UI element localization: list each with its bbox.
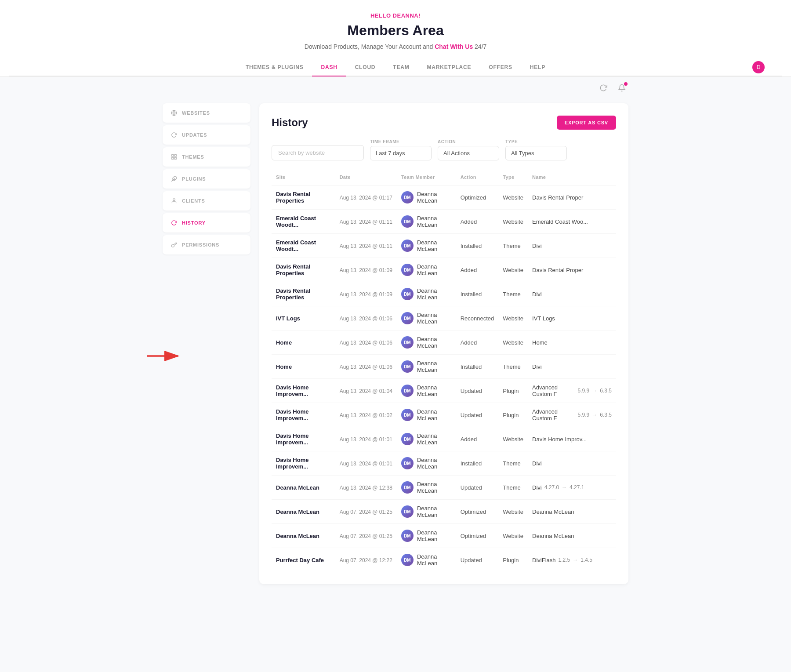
sidebar-websites-label: WEBSITES (182, 110, 210, 116)
cell-site: Deanna McLean (272, 524, 335, 548)
arrow-icon: → (592, 412, 597, 418)
search-input[interactable] (272, 145, 364, 160)
tab-dash[interactable]: DASH (312, 59, 346, 76)
member-avatar: DM (401, 385, 414, 397)
col-site: Site (272, 171, 335, 185)
chat-link[interactable]: Chat With Us (435, 43, 473, 50)
version-from: 4.27.0 (544, 484, 559, 490)
cell-name: Advanced Custom F 5.9.9 → 6.3.5 (528, 403, 616, 427)
export-csv-button[interactable]: EXPORT AS CSV (557, 116, 616, 130)
cell-name: Divi (528, 451, 616, 476)
cell-team-member: DM Deanna McLean (397, 476, 456, 500)
member-name: Deanna McLean (417, 457, 452, 470)
cell-action: Added (456, 210, 499, 234)
refresh-button[interactable] (597, 81, 610, 94)
cell-team-member: DM Deanna McLean (397, 210, 456, 234)
cell-team-member: DM Deanna McLean (397, 306, 456, 331)
member-name: Deanna McLean (417, 529, 452, 542)
member-avatar: DM (401, 215, 414, 228)
col-type: Type (498, 171, 528, 185)
cell-site: Emerald Coast Woodt... (272, 210, 335, 234)
sidebar-item-permissions[interactable]: PERMISSIONS (163, 235, 250, 254)
sidebar-clients-label: CLIENTS (182, 198, 205, 203)
table-row: Purrfect Day Cafe Aug 07, 2024 @ 12:22 D… (272, 548, 616, 572)
member-avatar: DM (401, 457, 414, 469)
sidebar-item-plugins[interactable]: PLUGINS (163, 169, 250, 189)
cell-site: Davis Rental Properties (272, 185, 335, 210)
tab-themes-plugins[interactable]: THEMES & PLUGINS (237, 59, 312, 76)
table-row: Davis Home Improvem... Aug 13, 2024 @ 01… (272, 379, 616, 403)
cell-action: Installed (456, 282, 499, 306)
sidebar-item-updates[interactable]: UPDATES (163, 125, 250, 145)
cell-team-member: DM Deanna McLean (397, 548, 456, 572)
version-to: 1.4.5 (581, 557, 592, 563)
cell-type: Website (498, 524, 528, 548)
sidebar-item-themes[interactable]: THEMES (163, 147, 250, 167)
svg-rect-6 (174, 157, 176, 159)
page-title: Members Area (9, 22, 782, 39)
table-row: Emerald Coast Woodt... Aug 13, 2024 @ 01… (272, 234, 616, 258)
action-select[interactable]: All Actions Added Updated Installed Opti… (438, 146, 499, 160)
globe-icon (171, 109, 178, 116)
member-avatar: DM (401, 360, 414, 373)
table-row: Davis Rental Properties Aug 13, 2024 @ 0… (272, 185, 616, 210)
cell-site: Home (272, 355, 335, 379)
cell-team-member: DM Deanna McLean (397, 331, 456, 355)
sidebar-item-clients[interactable]: CLIENTS (163, 191, 250, 211)
person-icon (171, 197, 178, 204)
table-row: Davis Home Improvem... Aug 13, 2024 @ 01… (272, 451, 616, 476)
arrow-icon: → (573, 557, 578, 563)
cell-team-member: DM Deanna McLean (397, 185, 456, 210)
cell-date: Aug 13, 2024 @ 01:06 (335, 306, 397, 331)
table-header: Site Date Team Member Action Type Name (272, 171, 616, 185)
sidebar-item-websites[interactable]: WEBSITES (163, 103, 250, 123)
cell-date: Aug 13, 2024 @ 01:02 (335, 403, 397, 427)
cell-site: Davis Home Improvem... (272, 451, 335, 476)
cell-date: Aug 13, 2024 @ 01:01 (335, 427, 397, 451)
cell-type: Website (498, 331, 528, 355)
tab-marketplace[interactable]: MARKETPLACE (418, 59, 480, 76)
sidebar-item-history[interactable]: HISTORY (163, 213, 250, 232)
user-avatar[interactable]: D (752, 61, 765, 73)
cell-team-member: DM Deanna McLean (397, 524, 456, 548)
cell-site: Deanna McLean (272, 500, 335, 524)
cell-type: Website (498, 258, 528, 282)
cell-date: Aug 13, 2024 @ 01:09 (335, 258, 397, 282)
cell-site: Davis Home Improvem... (272, 379, 335, 403)
cell-name: Divi (528, 355, 616, 379)
sidebar-history-label: HISTORY (182, 220, 206, 225)
tab-cloud[interactable]: CLOUD (346, 59, 385, 76)
cell-type: Plugin (498, 403, 528, 427)
version-from: 5.9.9 (578, 412, 590, 418)
tab-help[interactable]: HELP (521, 59, 554, 76)
key-icon (171, 241, 178, 248)
time-frame-select[interactable]: Last 7 days Last 30 days Last 90 days (370, 146, 432, 160)
cell-action: Reconnected (456, 306, 499, 331)
col-name: Name (528, 171, 616, 185)
tab-offers[interactable]: OFFERS (480, 59, 521, 76)
table-row: Deanna McLean Aug 07, 2024 @ 01:25 DM De… (272, 500, 616, 524)
cell-date: Aug 13, 2024 @ 12:38 (335, 476, 397, 500)
member-avatar: DM (401, 433, 414, 445)
cell-team-member: DM Deanna McLean (397, 427, 456, 451)
cell-name: Davis Rental Proper (528, 185, 616, 210)
cell-date: Aug 13, 2024 @ 01:01 (335, 451, 397, 476)
tab-team[interactable]: TEAM (384, 59, 418, 76)
cell-date: Aug 13, 2024 @ 01:06 (335, 331, 397, 355)
cell-action: Optimized (456, 500, 499, 524)
member-name: Deanna McLean (417, 481, 452, 494)
svg-point-10 (173, 199, 175, 201)
member-name: Deanna McLean (417, 263, 452, 276)
type-select[interactable]: All Types Website Theme Plugin (505, 146, 567, 160)
cell-name: Deanna McLean (528, 500, 616, 524)
type-label: TYPE (505, 139, 567, 144)
notification-button[interactable] (615, 81, 628, 94)
cell-type: Website (498, 210, 528, 234)
subtitle-plain: Download Products, Manage Your Account a… (305, 43, 433, 50)
member-name: Deanna McLean (417, 553, 452, 567)
sidebar-permissions-label: PERMISSIONS (182, 242, 219, 247)
table-row: IVT Logs Aug 13, 2024 @ 01:06 DM Deanna … (272, 306, 616, 331)
cell-site: Davis Rental Properties (272, 258, 335, 282)
table-row: Davis Rental Properties Aug 13, 2024 @ 0… (272, 282, 616, 306)
svg-rect-7 (172, 157, 174, 159)
